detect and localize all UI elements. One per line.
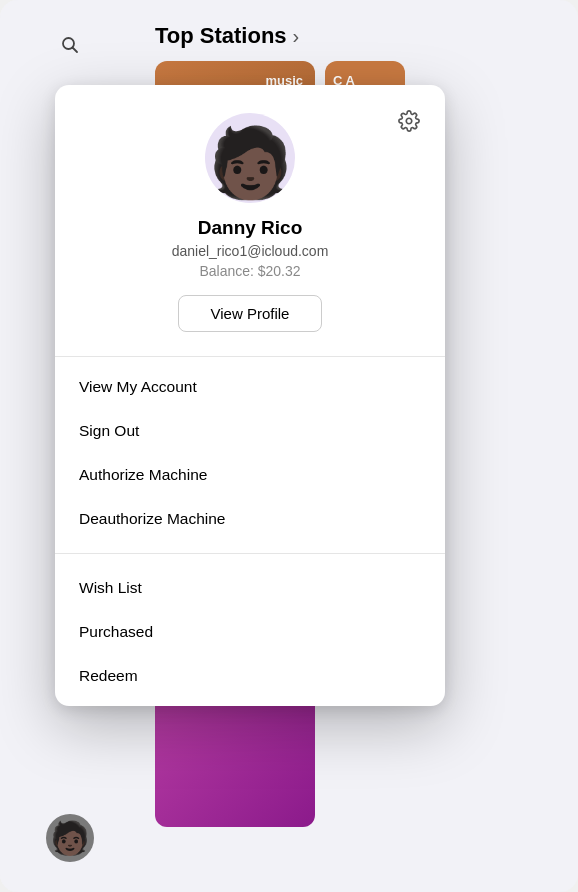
user-email: daniel_rico1@icloud.com [172,243,329,259]
app-container: Top Stations › music C A 🧑🏿 music [0,0,578,892]
svg-line-1 [73,48,78,53]
divider-2 [55,553,445,554]
menu-item-wish-list[interactable]: Wish List [55,566,445,610]
top-stations-title: Top Stations [155,23,287,49]
search-icon[interactable] [55,30,85,60]
dropdown-popup: 🧑🏿 Danny Rico daniel_rico1@icloud.com Ba… [55,85,445,706]
avatar: 🧑🏿 [205,113,295,203]
menu-section-2: Wish List Purchased Redeem [55,558,445,706]
menu-item-sign-out[interactable]: Sign Out [55,409,445,453]
svg-point-2 [406,118,412,124]
menu-item-authorize-machine[interactable]: Authorize Machine [55,453,445,497]
user-name: Danny Rico [198,217,303,239]
avatar-small: 🧑🏿 [46,814,94,862]
view-profile-button[interactable]: View Profile [178,295,323,332]
gear-button[interactable] [393,105,425,137]
menu-item-view-my-account[interactable]: View My Account [55,365,445,409]
profile-section: 🧑🏿 Danny Rico daniel_rico1@icloud.com Ba… [55,85,445,356]
chevron-right-icon: › [293,25,300,48]
menu-section-1: View My Account Sign Out Authorize Machi… [55,357,445,549]
avatar-emoji: 🧑🏿 [208,128,293,196]
top-stations-header: Top Stations › [155,15,563,49]
user-balance: Balance: $20.32 [199,263,300,279]
menu-item-deauthorize-machine[interactable]: Deauthorize Machine [55,497,445,541]
menu-item-redeem[interactable]: Redeem [55,654,445,698]
menu-item-purchased[interactable]: Purchased [55,610,445,654]
